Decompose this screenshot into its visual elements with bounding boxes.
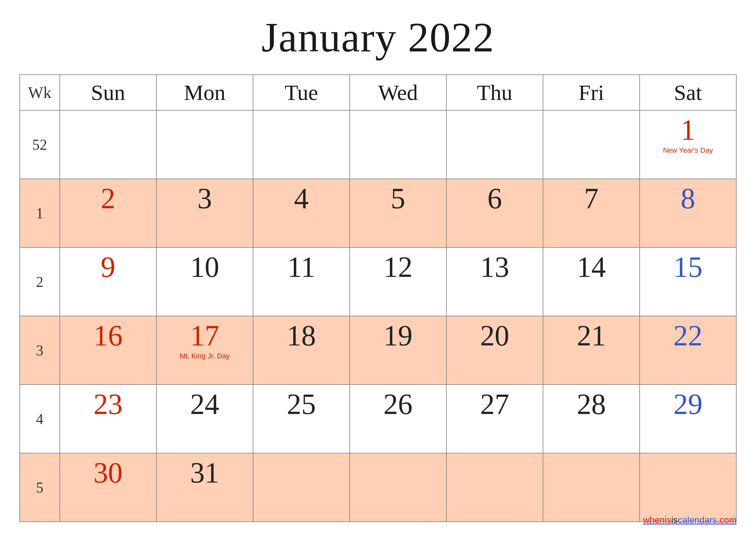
day-cell: 2 (60, 179, 156, 247)
day-cell (60, 110, 156, 179)
calendar-table: Wk Sun Mon Tue Wed Thu Fri (19, 74, 737, 522)
tue-header: Tue (253, 75, 350, 110)
day-cell: 31 (156, 453, 253, 522)
day-cell: 26 (350, 384, 446, 453)
day-cell: 7 (543, 179, 640, 247)
day-cell: 1New Year's Day (640, 110, 736, 179)
day-cell (253, 110, 350, 179)
week-number: 2 (20, 247, 60, 316)
week-number: 52 (20, 110, 60, 179)
day-number: 8 (646, 184, 730, 213)
day-cell: 8 (640, 179, 736, 247)
day-number: 6 (453, 184, 536, 213)
day-cell: 11 (253, 247, 350, 316)
day-cell: 15 (640, 247, 736, 316)
day-number: 18 (260, 321, 343, 350)
day-number: 2 (67, 184, 149, 213)
day-number: 3 (163, 184, 246, 213)
day-number: 24 (163, 390, 246, 419)
day-number: 10 (163, 253, 246, 282)
calendar-page: January 2022 Wk Sun Mon Tue Wed Thu (0, 0, 756, 535)
day-cell: 13 (446, 247, 543, 316)
day-cell: 3 (156, 179, 253, 247)
day-number: 7 (550, 184, 633, 213)
day-cell (350, 110, 446, 179)
holiday-label: ML King Jr. Day (163, 352, 246, 360)
day-cell: 16 (60, 316, 156, 384)
day-number: 9 (67, 253, 149, 282)
holiday-label: New Year's Day (646, 146, 730, 155)
day-cell: 10 (156, 247, 253, 316)
watermark-link[interactable]: whenisiscalendars.com (643, 515, 737, 525)
day-number: 17 (163, 321, 246, 350)
table-row: 521New Year's Day (20, 110, 736, 179)
day-number: 12 (357, 253, 440, 282)
day-cell: 4 (253, 179, 350, 247)
day-number: 22 (646, 321, 730, 350)
day-cell: 24 (156, 384, 253, 453)
day-cell: 29 (640, 384, 736, 453)
day-number: 1 (646, 116, 730, 145)
day-cell: 22 (640, 316, 736, 384)
watermark-when: whenis (643, 515, 671, 525)
day-cell (543, 110, 640, 179)
sat-header: Sat (640, 75, 736, 110)
day-number: 21 (550, 321, 633, 350)
table-row: 423242526272829 (20, 384, 736, 453)
day-cell: 18 (253, 316, 350, 384)
day-cell (350, 453, 446, 522)
day-cell: 12 (350, 247, 446, 316)
day-cell: 27 (446, 384, 543, 453)
table-row: 29101112131415 (20, 247, 736, 316)
day-cell: 23 (60, 384, 156, 453)
day-cell: 28 (543, 384, 640, 453)
day-number: 23 (67, 390, 149, 419)
day-cell (253, 453, 350, 522)
day-cell: 21 (543, 316, 640, 384)
day-cell: 5 (350, 179, 446, 247)
day-cell: 19 (350, 316, 446, 384)
day-cell: 25 (253, 384, 350, 453)
day-number: 19 (357, 321, 440, 350)
day-cell: 17ML King Jr. Day (156, 316, 253, 384)
wk-header: Wk (20, 75, 60, 110)
day-number: 30 (67, 458, 149, 488)
watermark[interactable]: whenisiscalendars.com (643, 515, 737, 525)
day-number: 27 (453, 390, 536, 419)
day-cell: 30 (60, 453, 156, 522)
day-number: 4 (260, 184, 343, 213)
day-number: 20 (453, 321, 536, 350)
day-cell (156, 110, 253, 179)
wed-header: Wed (350, 75, 446, 110)
day-number: 26 (357, 390, 440, 419)
mon-header: Mon (156, 75, 253, 110)
day-number: 13 (453, 253, 536, 282)
week-number: 1 (20, 179, 60, 247)
day-cell: 14 (543, 247, 640, 316)
day-number: 11 (260, 253, 343, 282)
day-cell: 6 (446, 179, 543, 247)
day-number: 15 (646, 253, 730, 282)
table-row: 31617ML King Jr. Day1819202122 (20, 316, 736, 384)
day-number: 14 (550, 253, 633, 282)
day-cell (446, 110, 543, 179)
watermark-com: .com (717, 515, 737, 525)
week-number: 3 (20, 316, 60, 384)
day-number: 5 (357, 184, 440, 213)
watermark-is: is (671, 515, 678, 525)
calendar-body: 521New Year's Day12345678291011121314153… (20, 110, 736, 522)
day-number: 28 (550, 390, 633, 419)
header-row: Wk Sun Mon Tue Wed Thu Fri (20, 75, 736, 110)
day-cell (640, 453, 736, 522)
fri-header: Fri (543, 75, 640, 110)
day-number: 16 (67, 321, 149, 350)
table-row: 12345678 (20, 179, 736, 247)
day-cell: 9 (60, 247, 156, 316)
week-number: 4 (20, 384, 60, 453)
day-cell (543, 453, 640, 522)
sun-header: Sun (60, 75, 156, 110)
page-title: January 2022 (261, 13, 495, 62)
day-cell: 20 (446, 316, 543, 384)
day-number: 29 (646, 390, 730, 419)
day-number: 31 (163, 458, 246, 488)
